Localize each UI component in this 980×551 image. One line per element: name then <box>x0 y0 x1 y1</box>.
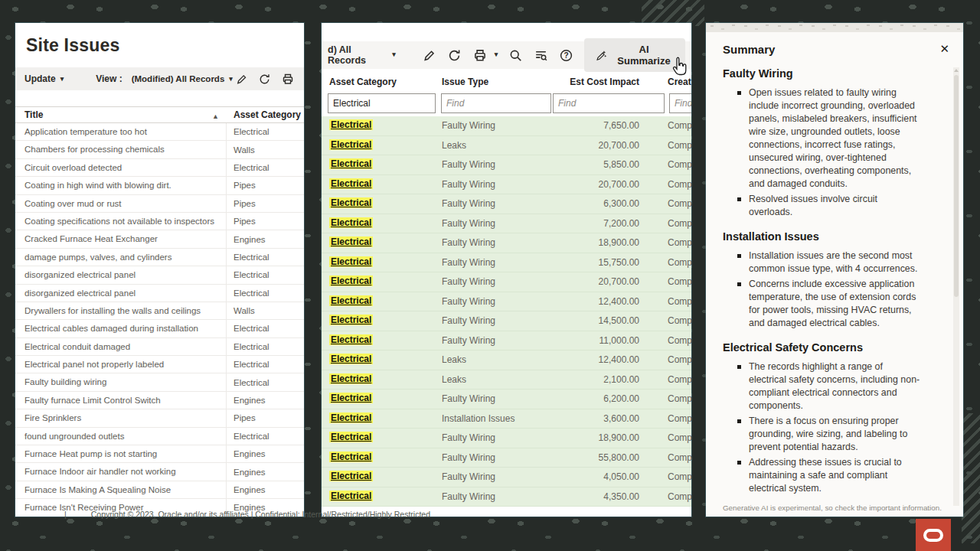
filter-cost-input[interactable] <box>553 93 665 113</box>
print-button[interactable] <box>281 72 295 86</box>
table-row[interactable]: Electrical Faulty Wiring 14,500.00 Comp <box>322 311 691 331</box>
asset-category-link[interactable]: Electrical <box>329 393 373 403</box>
scroll-up-icon[interactable] <box>954 69 959 72</box>
table-row[interactable]: Electrical Installation Issues 3,600.00 … <box>322 409 691 429</box>
issue-title-cell: damage pumps, valves, and cylinders <box>15 249 227 266</box>
view-selector[interactable]: (Modified) All Records▾ <box>132 74 233 83</box>
column-header-created[interactable]: Creat <box>668 77 691 87</box>
table-row[interactable]: Cracked Furnace Heat Exchanger Engines <box>15 230 304 248</box>
column-header-est-cost-impact[interactable]: Est Cost Impact <box>555 77 639 87</box>
table-row[interactable]: Electrical Faulty Wiring 7,650.00 Comp <box>322 116 691 136</box>
table-row[interactable]: Fire Sprinklers Pipes <box>15 409 304 427</box>
table-row[interactable]: Electrical Faulty Wiring 20,700.00 Comp <box>322 272 691 292</box>
issue-title-cell: disorganized electrical panel <box>15 266 227 283</box>
asset-category-link[interactable]: Electrical <box>329 236 373 247</box>
help-button[interactable]: ? <box>559 48 573 63</box>
asset-category-link[interactable]: Electrical <box>329 197 373 208</box>
table-row[interactable]: Electrical Leaks 2,100.00 Comp <box>322 370 691 390</box>
issue-title-cell: Furnace Heat pump is not starting <box>15 445 227 462</box>
asset-category-link[interactable]: Electrical <box>329 178 373 189</box>
oracle-logo-badge[interactable] <box>916 519 951 551</box>
ai-summarize-button[interactable]: AI Summarize <box>584 38 685 72</box>
table-row[interactable]: Electrical Faulty Wiring 12,400.00 Comp <box>322 292 691 312</box>
issue-type-cell: Faulty Wiring <box>442 448 495 468</box>
asset-category-link[interactable]: Electrical <box>329 452 373 462</box>
created-cell: Comp <box>668 409 691 429</box>
asset-category-link[interactable]: Electrical <box>329 256 373 267</box>
query-by-example-button[interactable] <box>534 48 548 63</box>
asset-category-cell: Electrical <box>227 289 270 298</box>
filter-asset-category-input[interactable] <box>328 93 436 113</box>
table-row[interactable]: Electrical Faulty Wiring 6,300.00 Comp <box>322 194 691 214</box>
table-row[interactable]: Electrical Faulty Wiring 18,900.00 Comp <box>322 429 691 448</box>
table-row[interactable]: Electrical cables damaged during install… <box>15 320 304 337</box>
table-row[interactable]: Electrical Faulty Wiring 5,850.00 Comp <box>322 155 691 175</box>
table-row[interactable]: Electrical Faulty Wiring 4,050.00 Comp <box>322 468 691 487</box>
table-row[interactable]: Electrical Faulty Wiring 4,350.00 Comp <box>322 487 691 507</box>
printer-icon <box>472 47 488 63</box>
asset-category-link[interactable]: Electrical <box>329 412 373 423</box>
table-row[interactable]: Drywallers for installing the walls and … <box>15 302 304 320</box>
table-row[interactable]: Electrical Faulty Wiring 7,200.00 Comp <box>322 214 691 234</box>
close-icon[interactable]: ✕ <box>939 43 949 54</box>
table-row[interactable]: Electrical Faulty Wiring 18,900.00 Comp <box>322 233 691 253</box>
edit-button[interactable] <box>422 48 436 63</box>
table-row[interactable]: Electrical Faulty Wiring 11,000.00 Comp <box>322 331 691 351</box>
refresh-button[interactable] <box>447 48 462 63</box>
summary-section-heading: Installation Issues <box>723 230 946 243</box>
asset-category-link[interactable]: Electrical <box>329 373 373 384</box>
table-row[interactable]: Electrical Faulty Wiring 6,200.00 Comp <box>322 390 691 409</box>
asset-category-link[interactable]: Electrical <box>329 217 373 228</box>
scrollbar[interactable] <box>953 67 959 506</box>
table-row[interactable]: Faulty building wiring Electrical <box>15 373 304 391</box>
asset-category-link[interactable]: Electrical <box>329 139 373 150</box>
table-row[interactable]: Coating in high wind with blowing dirt. … <box>15 177 304 194</box>
issue-type-cell: Faulty Wiring <box>442 116 495 136</box>
column-header-asset-category[interactable]: Asset Category <box>329 77 397 87</box>
table-row[interactable]: disorganized electrical panel Electrical <box>15 266 304 284</box>
search-button[interactable] <box>508 48 523 63</box>
print-menu-button[interactable]: ▾ <box>472 47 498 63</box>
column-header-asset-category[interactable]: Asset Category <box>227 109 301 120</box>
table-row[interactable]: Electrical conduit damaged Electrical <box>15 338 304 356</box>
column-header-issue-type[interactable]: Issue Type <box>442 77 488 87</box>
filter-created-input[interactable] <box>669 93 691 113</box>
asset-category-link[interactable]: Electrical <box>329 276 373 286</box>
table-row[interactable]: found ungrounded outlets Electrical <box>15 428 304 445</box>
summary-bullet: Open issues related to faulty wiring inc… <box>749 86 920 191</box>
table-row[interactable]: Electrical Faulty Wiring 15,750.00 Comp <box>322 253 691 273</box>
footer-separator: | <box>64 510 67 519</box>
view-selector[interactable]: d) All Records▾ <box>328 44 396 66</box>
asset-category-link[interactable]: Electrical <box>329 295 373 306</box>
asset-category-link[interactable]: Electrical <box>329 158 373 169</box>
update-menu-button[interactable]: Update▾ <box>24 73 64 84</box>
asset-category-link[interactable]: Electrical <box>329 119 373 130</box>
table-row[interactable]: Electrical Faulty Wiring 55,800.00 Comp <box>322 448 691 468</box>
table-row[interactable]: Coating over mud or rust Pipes <box>15 195 304 213</box>
asset-category-link[interactable]: Electrical <box>329 432 373 442</box>
table-row[interactable]: Circuit overload detected Electrical <box>15 159 304 177</box>
asset-category-link[interactable]: Electrical <box>329 471 373 481</box>
column-header-title[interactable]: Title ▲ <box>15 109 227 120</box>
filter-issue-type-input[interactable] <box>441 93 551 113</box>
table-row[interactable]: Chambers for processing chemicals Walls <box>15 141 304 158</box>
asset-category-link[interactable]: Electrical <box>329 334 373 345</box>
table-row[interactable]: Application temperature too hot Electric… <box>15 123 304 141</box>
table-row[interactable]: Electrical panel not properly labeled El… <box>15 356 304 373</box>
table-row[interactable]: Electrical Leaks 20,700.00 Comp <box>322 136 691 156</box>
table-row[interactable]: Furnace Heat pump is not starting Engine… <box>15 445 304 463</box>
table-row[interactable]: Furnace Is Making A Squealing Noise Engi… <box>15 481 304 499</box>
asset-category-link[interactable]: Electrical <box>329 354 373 364</box>
table-row[interactable]: Coating specifications not available to … <box>15 213 304 230</box>
table-row[interactable]: Furnace Indoor air handler not working E… <box>15 463 304 481</box>
asset-category-link[interactable]: Electrical <box>329 315 373 325</box>
table-row[interactable]: damage pumps, valves, and cylinders Elec… <box>15 249 304 266</box>
scrollbar-thumb[interactable] <box>954 75 959 297</box>
table-row[interactable]: disorganized electrical panel Electrical <box>15 285 304 302</box>
refresh-button[interactable] <box>258 73 271 86</box>
table-row[interactable]: Electrical Leaks 12,400.00 Comp <box>322 350 691 370</box>
asset-category-link[interactable]: Electrical <box>329 491 373 501</box>
table-row[interactable]: Electrical Faulty Wiring 20,700.00 Comp <box>322 175 691 195</box>
edit-button[interactable] <box>235 73 248 86</box>
table-row[interactable]: Faulty furnace Limit Control Switch Engi… <box>15 392 304 409</box>
